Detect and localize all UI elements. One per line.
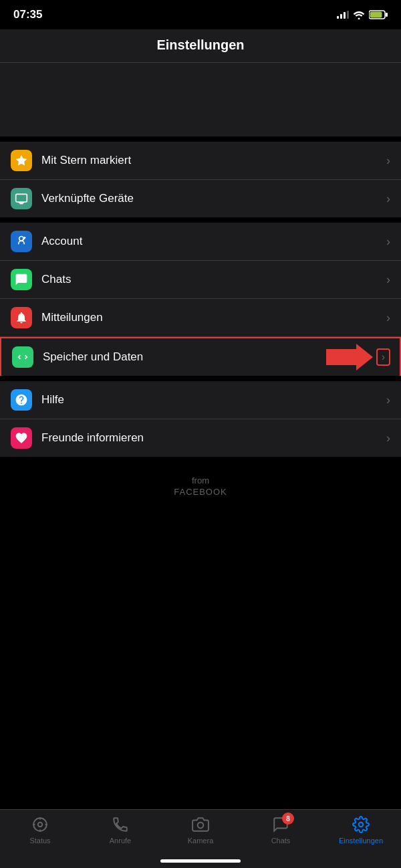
help-chevron: › xyxy=(386,393,390,407)
svg-point-10 xyxy=(33,818,47,831)
tab-item-chats[interactable]: 8 Chats xyxy=(241,815,321,845)
account-label: Account xyxy=(41,235,386,248)
settings-tab-icon xyxy=(352,815,370,834)
page-header: Einstellungen xyxy=(0,29,401,63)
chats-tab-icon: 8 xyxy=(271,815,290,834)
menu-item-storage[interactable]: Speicher und Daten › xyxy=(0,337,401,376)
storage-icon xyxy=(12,346,33,368)
devices-label: Verknüpfte Geräte xyxy=(41,192,386,205)
svg-rect-6 xyxy=(20,203,23,205)
help-icon xyxy=(11,389,32,411)
invite-chevron: › xyxy=(386,431,390,445)
profile-area xyxy=(0,63,401,136)
tab-item-calls[interactable]: Anrufe xyxy=(80,815,160,845)
starred-label: Mit Stern markiert xyxy=(41,154,386,167)
calls-tab-icon xyxy=(111,815,130,834)
svg-rect-5 xyxy=(19,202,24,203)
svg-point-11 xyxy=(38,823,43,827)
wifi-icon xyxy=(353,10,365,19)
menu-item-devices[interactable]: Verknüpfte Geräte › xyxy=(0,180,401,217)
svg-marker-9 xyxy=(326,344,373,370)
signal-icon xyxy=(337,11,349,19)
devices-chevron: › xyxy=(386,192,390,206)
settings-tab-label: Einstellungen xyxy=(339,837,383,845)
svg-rect-2 xyxy=(386,13,388,17)
footer-brand: FACEBOOK xyxy=(0,487,401,497)
notifications-label: Mitteilungen xyxy=(41,311,386,324)
home-indicator xyxy=(160,859,241,863)
chats-settings-label: Chats xyxy=(41,273,386,286)
menu-item-chats[interactable]: Chats › xyxy=(0,261,401,299)
notifications-chevron: › xyxy=(386,311,390,325)
chats-tab-label: Chats xyxy=(271,837,291,845)
status-bar: 07:35 xyxy=(0,0,401,29)
section-1: Mit Stern markiert › Verknüpfte Geräte › xyxy=(0,142,401,217)
tab-item-camera[interactable]: Kamera xyxy=(160,815,241,845)
page-title: Einstellungen xyxy=(156,37,244,52)
tab-item-status[interactable]: Status xyxy=(0,815,80,845)
status-icons xyxy=(337,10,388,19)
chats-settings-icon xyxy=(11,269,32,290)
footer-from: from xyxy=(0,475,401,485)
footer: from FACEBOOK xyxy=(0,462,401,504)
status-time: 07:35 xyxy=(13,8,42,21)
red-arrow-indicator xyxy=(326,344,373,370)
devices-icon xyxy=(11,188,32,209)
section-3: Hilfe › Freunde informieren › xyxy=(0,381,401,457)
storage-chevron: › xyxy=(376,348,390,366)
status-tab-icon xyxy=(31,815,49,834)
svg-point-0 xyxy=(358,18,360,20)
starred-chevron: › xyxy=(386,154,390,168)
invite-label: Freunde informieren xyxy=(41,431,386,445)
menu-item-notifications[interactable]: Mitteilungen › xyxy=(0,299,401,337)
tab-item-settings[interactable]: Einstellungen xyxy=(321,815,401,845)
menu-item-starred[interactable]: Mit Stern markiert › xyxy=(0,142,401,180)
svg-point-8 xyxy=(24,237,26,239)
svg-point-16 xyxy=(198,823,204,829)
chats-settings-chevron: › xyxy=(386,273,390,287)
starred-icon xyxy=(11,150,32,171)
menu-item-account[interactable]: Account › xyxy=(0,223,401,261)
svg-point-17 xyxy=(359,823,364,827)
camera-tab-label: Kamera xyxy=(188,837,214,845)
menu-item-invite[interactable]: Freunde informieren › xyxy=(0,419,401,457)
help-label: Hilfe xyxy=(41,393,386,407)
battery-icon xyxy=(369,10,388,19)
camera-tab-icon xyxy=(191,815,210,834)
account-icon xyxy=(11,231,32,252)
section-2: Account › Chats › Mitteilungen › Speiche… xyxy=(0,223,401,376)
calls-tab-label: Anrufe xyxy=(110,837,131,845)
account-chevron: › xyxy=(386,235,390,249)
svg-rect-3 xyxy=(370,12,382,18)
notifications-icon xyxy=(11,307,32,328)
menu-item-help[interactable]: Hilfe › xyxy=(0,381,401,419)
status-tab-label: Status xyxy=(29,837,50,845)
chats-badge: 8 xyxy=(282,812,294,825)
invite-icon xyxy=(11,427,32,449)
svg-rect-4 xyxy=(16,194,27,202)
